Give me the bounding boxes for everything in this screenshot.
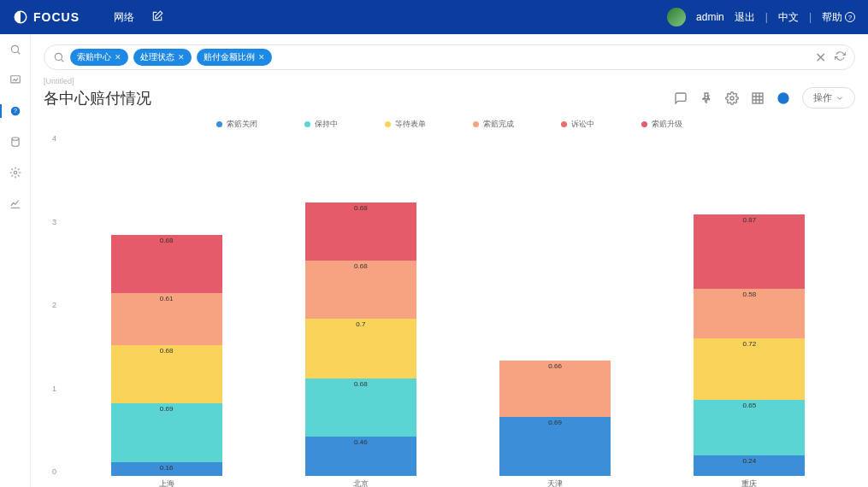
bar-group[interactable]: 0.160.690.680.610.68 (111, 235, 222, 476)
username[interactable]: admin (696, 11, 724, 23)
bar-segment[interactable]: 0.46 (305, 437, 416, 476)
svg-rect-1 (10, 76, 20, 83)
bar-segment[interactable]: 0.68 (305, 261, 416, 319)
edit-icon[interactable] (151, 10, 163, 25)
y-tick: 3 (52, 218, 56, 226)
svg-point-5 (14, 171, 17, 174)
bar-segment[interactable]: 0.68 (305, 378, 416, 437)
legend-label: 保持中 (315, 119, 338, 130)
bar-group[interactable]: 0.690.66 (499, 361, 611, 476)
legend-dot (561, 121, 567, 127)
x-tick: 北京 (305, 478, 416, 487)
bar-segment[interactable]: 0.65 (694, 400, 805, 455)
legend-item[interactable]: 索赔完成 (473, 119, 514, 130)
legend-label: 索赔完成 (483, 119, 514, 130)
chart-plot: 0.160.690.680.610.680.460.680.70.680.680… (69, 134, 847, 476)
operation-button[interactable]: 操作 (802, 87, 855, 109)
comment-icon[interactable] (674, 91, 688, 105)
brand-logo[interactable]: FOCUS (13, 9, 80, 25)
y-axis: 43210 (52, 134, 56, 476)
sidebar: ? (0, 34, 31, 487)
bar-segment[interactable]: 0.69 (111, 403, 222, 462)
svg-point-6 (55, 53, 62, 60)
close-icon[interactable]: ✕ (115, 53, 121, 62)
dashboard-icon[interactable] (9, 73, 22, 87)
search-icon[interactable] (9, 43, 22, 56)
database-icon[interactable] (9, 135, 22, 149)
bar-segment[interactable]: 0.58 (694, 289, 805, 338)
bar-segment[interactable]: 0.72 (694, 338, 805, 400)
legend-label: 诉讼中 (571, 119, 594, 130)
search-bar[interactable]: 索赔中心✕ 处理状态✕ 赔付金额比例✕ ✕ (44, 44, 855, 70)
legend-item[interactable]: 诉讼中 (561, 119, 594, 130)
title-row: 各中心赔付情况 操作 (44, 87, 855, 109)
bar-segment[interactable]: 0.16 (111, 462, 222, 476)
bar-group[interactable]: 0.460.680.70.680.68 (305, 202, 416, 476)
title-actions: 操作 (674, 87, 855, 109)
clear-icon[interactable]: ✕ (815, 50, 826, 66)
filter-pill[interactable]: 索赔中心✕ (70, 49, 128, 66)
legend-label: 等待表单 (395, 119, 426, 130)
logout-link[interactable]: 退出 (735, 10, 755, 25)
app-header: FOCUS 网络 admin 退出 | 中文 | 帮助 ? (0, 0, 868, 34)
trend-icon[interactable] (9, 197, 22, 210)
divider: | (809, 11, 812, 23)
legend-dot (385, 121, 391, 127)
y-tick: 1 (52, 384, 56, 393)
y-tick: 2 (52, 301, 56, 309)
bar-segment[interactable]: 0.68 (111, 345, 222, 403)
filter-pill[interactable]: 处理状态✕ (133, 49, 192, 66)
refresh-icon[interactable] (835, 50, 846, 66)
nav-network[interactable]: 网络 (114, 10, 134, 25)
search-actions: ✕ (815, 50, 846, 66)
legend-dot (641, 121, 647, 127)
legend-item[interactable]: 索赔关闭 (216, 119, 257, 130)
bar-segment[interactable]: 0.66 (499, 361, 611, 417)
bar-group[interactable]: 0.240.650.720.580.87 (694, 214, 805, 476)
pie-chart-icon[interactable] (776, 91, 790, 105)
lang-link[interactable]: 中文 (778, 10, 799, 25)
avatar[interactable] (667, 8, 686, 26)
x-tick: 重庆 (694, 478, 805, 487)
pin-icon[interactable] (700, 91, 713, 105)
svg-point-0 (11, 45, 18, 52)
brand-text: FOCUS (33, 10, 80, 24)
bar-segment[interactable]: 0.68 (305, 202, 416, 261)
chart-area: 43210 0.160.690.680.610.680.460.680.70.6… (69, 134, 847, 484)
bar-segment[interactable]: 0.87 (694, 214, 805, 289)
header-right: admin 退出 | 中文 | 帮助 ? (667, 8, 855, 26)
table-icon[interactable] (751, 91, 765, 105)
settings-icon[interactable] (9, 166, 22, 179)
divider: | (765, 11, 768, 23)
bar-segment[interactable]: 0.24 (694, 455, 805, 476)
x-tick: 天津 (499, 478, 611, 487)
chart-legend: 索赔关闭保持中等待表单索赔完成诉讼中索赔升级 (44, 119, 855, 130)
svg-text:?: ? (14, 108, 17, 114)
page-title: 各中心赔付情况 (44, 88, 151, 109)
legend-item[interactable]: 保持中 (304, 119, 338, 130)
legend-label: 索赔关闭 (227, 119, 257, 130)
svg-point-7 (730, 97, 734, 100)
bar-segment[interactable]: 0.7 (305, 319, 416, 378)
legend-item[interactable]: 等待表单 (385, 119, 426, 130)
help-link[interactable]: 帮助 ? (822, 10, 855, 25)
legend-dot (216, 121, 222, 127)
help-icon: ? (845, 12, 855, 22)
bar-segment[interactable]: 0.69 (499, 417, 611, 476)
bar-segment[interactable]: 0.68 (111, 235, 222, 293)
close-icon[interactable]: ✕ (178, 53, 185, 62)
filter-pill[interactable]: 赔付金额比例✕ (197, 49, 272, 66)
gear-icon[interactable] (725, 91, 739, 105)
svg-point-4 (11, 138, 18, 141)
y-tick: 0 (52, 467, 56, 476)
bar-segment[interactable]: 0.61 (111, 293, 222, 345)
svg-rect-8 (753, 93, 763, 103)
main-content: 索赔中心✕ 处理状态✕ 赔付金额比例✕ ✕ [Untitled] 各中心赔付情况… (31, 34, 868, 487)
legend-item[interactable]: 索赔升级 (641, 119, 682, 130)
legend-label: 索赔升级 (652, 119, 682, 130)
breadcrumb: [Untitled] (44, 77, 855, 85)
question-icon[interactable]: ? (9, 104, 22, 118)
focus-icon (13, 9, 28, 25)
close-icon[interactable]: ✕ (258, 53, 265, 62)
legend-dot (304, 121, 310, 127)
